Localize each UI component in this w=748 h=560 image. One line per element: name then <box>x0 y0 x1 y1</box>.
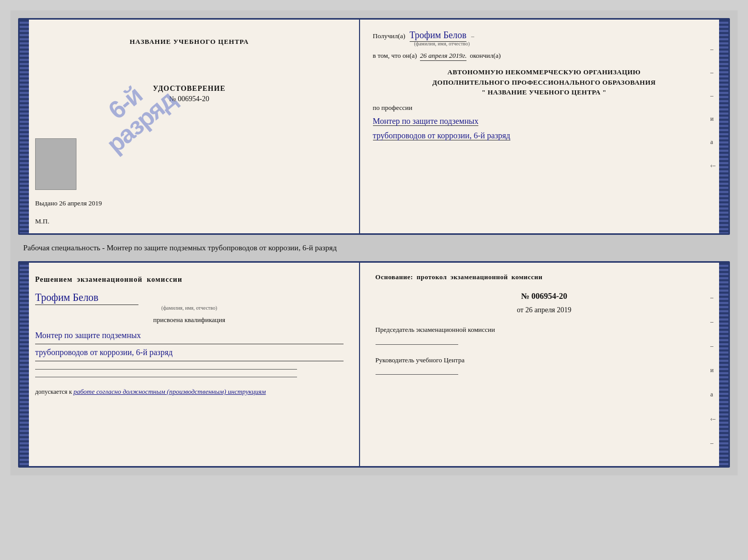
bottom-right-dash5: – <box>710 463 715 468</box>
rukovoditel-title: Руководитель учебного Центра <box>376 355 713 365</box>
bottom-right-dash4: – <box>710 439 715 447</box>
bottom-right-dash3: – <box>710 342 715 350</box>
middle-specialnost: Рабочая специальность - Монтер по защите… <box>23 244 337 252</box>
top-right-dash3: – <box>710 92 715 100</box>
bottom-side-strip-right <box>719 263 728 466</box>
profession-block: по профессии Монтер по защите подземных … <box>373 104 715 144</box>
vtom-line: в том, что он(а) 26 апреля 2019г. окончи… <box>373 52 715 61</box>
ot-date-value: 26 апреля 2019 <box>525 306 571 314</box>
cert-top: НАЗВАНИЕ УЧЕБНОГО ЦЕНТРА 6-й разряд УДОС… <box>18 18 730 235</box>
cert-top-left: НАЗВАНИЕ УЧЕБНОГО ЦЕНТРА 6-й разряд УДОС… <box>20 20 360 233</box>
predsedatel-title: Председатель экзаменационной комиссии <box>376 325 713 335</box>
ot-label: от <box>517 306 523 314</box>
predsedatel-block: Председатель экзаменационной комиссии <box>376 325 713 345</box>
top-right-arrow: ‹– <box>710 162 715 169</box>
bottom-right-a: а <box>710 391 715 398</box>
fio-hint-top: (фамилия, имя, отчество) <box>410 41 474 46</box>
cert-bottom-left: Решением экзаменационной комиссии Трофим… <box>20 263 360 466</box>
bottom-right-i: и <box>710 366 715 374</box>
line-sep-2 <box>35 377 297 377</box>
ot-date: от 26 апреля 2019 <box>376 306 713 314</box>
bottom-name: Трофим Белов <box>35 292 138 305</box>
top-right-dash1: – <box>710 45 715 53</box>
cert-bottom-right: – – – и а ‹– – – – Основание: протокол э… <box>360 263 728 466</box>
bottom-name-block: Трофим Белов (фамилия, имя, отчество) <box>35 292 344 311</box>
top-right-a: а <box>710 138 715 146</box>
side-strip-right <box>719 20 728 233</box>
line-sep-1 <box>35 369 297 370</box>
udost-title: УДОСТОВЕРЕНИЕ <box>153 85 225 93</box>
dash-sep: – <box>471 33 474 40</box>
photo-placeholder <box>35 138 76 190</box>
bottom-fio-hint: (фамилия, имя, отчество) <box>35 305 344 311</box>
recipient-line: Получил(a) Трофим Белов – (фамилия, имя,… <box>373 30 715 46</box>
vydano-label: Выдано <box>35 199 57 207</box>
profession-line2: трубопроводов от коррозии, 6-й разряд <box>373 131 510 140</box>
dopuskaetsya-label: допускается к <box>35 388 72 395</box>
top-right-dash2: – <box>710 69 715 76</box>
qual-line2: трубопроводов от коррозии, 6-й разряд <box>35 344 344 361</box>
vtom-label: в том, что он(а) <box>373 52 417 60</box>
org-line2: ДОПОЛНИТЕЛЬНОГО ПРОФЕССИОНАЛЬНОГО ОБРАЗО… <box>373 77 715 88</box>
prisvoena-text: присвоена квалификация <box>35 316 344 324</box>
rukovoditel-block: Руководитель учебного Центра <box>376 355 713 375</box>
bottom-right-dash2: – <box>710 318 715 326</box>
protocol-number: № 006954-20 <box>376 292 713 301</box>
udost-number: № 006954-20 <box>153 95 225 103</box>
vydano-date: 26 апреля 2019 <box>59 199 102 207</box>
top-right-i: и <box>710 115 715 123</box>
poluchil-label: Получил(a) <box>373 32 406 40</box>
recipient-block: Трофим Белов – (фамилия, имя, отчество) <box>410 30 474 46</box>
org-block: АВТОНОМНУЮ НЕКОММЕРЧЕСКУЮ ОРГАНИЗАЦИЮ ДО… <box>373 67 715 98</box>
stamp-text: 6-й разряд <box>87 68 180 157</box>
rukovoditel-sign-line <box>376 374 458 375</box>
org-line1: АВТОНОМНУЮ НЕКОММЕРЧЕСКУЮ ОРГАНИЗАЦИЮ <box>373 67 715 77</box>
recipient-name: Трофим Белов <box>410 30 466 42</box>
predsedatel-sign-line <box>376 344 458 345</box>
vydano-line: Выдано 26 апреля 2019 <box>35 199 102 207</box>
po-professii-label: по профессии <box>373 104 715 112</box>
udost-block: УДОСТОВЕРЕНИЕ № 006954-20 <box>153 85 225 103</box>
okonchil-label: окончил(а) <box>470 52 501 60</box>
osnovaniye-title: Основание: протокол экзаменационной коми… <box>376 273 713 281</box>
page-container: НАЗВАНИЕ УЧЕБНОГО ЦЕНТРА 6-й разряд УДОС… <box>10 10 738 475</box>
qual-line1: Монтер по защите подземных <box>35 327 344 344</box>
bottom-right-arrow: ‹– <box>710 415 715 423</box>
resheniye-title: Решением экзаменационной комиссии <box>35 276 344 284</box>
org-line3: " НАЗВАНИЕ УЧЕБНОГО ЦЕНТРА " <box>373 87 715 98</box>
dopuskaetsya-line: допускается к работе согласно должностны… <box>35 388 344 396</box>
bottom-right-dash1: – <box>710 294 715 301</box>
cert-bottom: Решением экзаменационной комиссии Трофим… <box>18 261 730 468</box>
profession-line1: Монтер по защите подземных <box>373 117 479 126</box>
cert-top-title: НАЗВАНИЕ УЧЕБНОГО ЦЕНТРА <box>130 38 249 46</box>
mp-line: М.П. <box>35 217 49 226</box>
middle-text: Рабочая специальность - Монтер по защите… <box>18 241 730 255</box>
cert-top-right: – – – и а ‹– Получил(a) Трофим Белов – (… <box>360 20 728 233</box>
bottom-lines <box>35 369 344 377</box>
dopuskaetsya-italic: работе согласно должностным (производств… <box>73 388 266 395</box>
date-written: 26 апреля 2019г. <box>420 52 466 61</box>
